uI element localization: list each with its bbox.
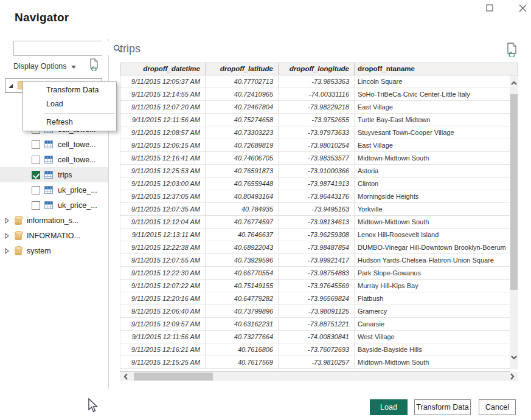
table-row[interactable]: 9/11/2015 12:11:56 AM 40.73277664 -74.00… <box>120 331 510 343</box>
cell-dropoff-longitude: -73.9853363 <box>279 75 355 88</box>
table-row[interactable]: 9/11/2015 12:20:16 AM 40.64779282 -73.96… <box>120 292 510 305</box>
cell-dropoff-ntaname: Clinton <box>355 177 510 190</box>
table-icon <box>44 186 53 194</box>
table-row[interactable]: 9/11/2015 12:08:57 AM 40.73303223 -73.97… <box>120 126 510 139</box>
expander-collapsed-icon[interactable] <box>5 218 11 224</box>
cell-dropoff-datetime: 9/11/2015 12:03:00 AM <box>120 177 206 190</box>
table-row[interactable]: 9/11/2015 12:16:21 AM 40.7616806 -73.760… <box>120 343 510 356</box>
tree-item-table[interactable]: uk_price_... <box>0 182 108 198</box>
table-row[interactable]: 9/11/2015 12:06:15 AM 40.72689819 -73.98… <box>120 139 510 152</box>
cell-dropoff-latitude: 40.73303223 <box>206 126 279 139</box>
cell-dropoff-ntaname: Flatbush <box>355 292 510 305</box>
cell-dropoff-latitude: 40.75149155 <box>206 280 279 292</box>
cell-dropoff-latitude: 40.7646637 <box>206 229 279 241</box>
cell-dropoff-longitude: -73.76072693 <box>279 343 355 356</box>
cell-dropoff-datetime: 9/11/2015 12:13:11 AM <box>120 229 206 241</box>
table-checkbox[interactable] <box>32 201 40 210</box>
vertical-scrollbar[interactable] <box>510 75 518 369</box>
expander-collapsed-icon[interactable] <box>5 233 11 239</box>
scroll-right-icon[interactable] <box>508 372 516 381</box>
table-row[interactable]: 9/11/2015 12:06:40 AM 40.73799896 -73.98… <box>120 305 510 318</box>
tree-item-table[interactable]: uk_price_... <box>0 198 108 213</box>
table-row[interactable]: 9/11/2015 12:14:55 AM 40.72410965 -74.00… <box>120 88 510 101</box>
cell-dropoff-latitude: 40.73929596 <box>206 254 279 266</box>
table-row[interactable]: 9/11/2015 12:05:37 AM 40.77702713 -73.98… <box>120 75 510 88</box>
cell-dropoff-ntaname: Morningside Heights <box>355 190 510 202</box>
cell-dropoff-longitude: -73.88751221 <box>279 318 355 330</box>
table-row[interactable]: 9/11/2015 12:03:00 AM 40.76559448 -73.98… <box>120 177 510 190</box>
cell-dropoff-latitude: 40.75274658 <box>206 114 279 126</box>
expander-expanded-icon[interactable] <box>8 80 13 91</box>
cell-dropoff-longitude: -73.98487854 <box>279 241 355 253</box>
display-options-dropdown[interactable]: Display Options <box>13 60 76 72</box>
cell-dropoff-longitude: -73.97645569 <box>279 280 355 292</box>
table-row[interactable]: 9/11/2015 12:13:11 AM 40.7646637 -73.962… <box>120 229 510 241</box>
cell-dropoff-datetime: 9/11/2015 12:08:57 AM <box>120 126 206 139</box>
table-row[interactable]: 9/11/2015 12:22:30 AM 40.66770554 -73.98… <box>120 267 510 280</box>
cell-dropoff-latitude: 40.74606705 <box>206 152 279 164</box>
cell-dropoff-ntaname: Midtown-Midtown South <box>355 216 510 228</box>
search-input[interactable] <box>14 41 113 55</box>
horizontal-scroll-thumb[interactable] <box>134 373 213 380</box>
table-row[interactable]: 9/11/2015 12:07:35 AM 40.784935 -73.9495… <box>120 203 510 216</box>
cell-dropoff-datetime: 9/11/2015 12:07:55 AM <box>120 254 206 266</box>
tree-item-table[interactable]: cell_towe... <box>0 152 108 167</box>
cell-dropoff-datetime: 9/11/2015 12:06:40 AM <box>120 305 206 317</box>
table-row[interactable]: 9/11/2015 12:37:05 AM 40.80493164 -73.96… <box>120 190 510 203</box>
tree-item-database[interactable]: information_s... <box>0 213 108 228</box>
close-icon[interactable] <box>517 2 528 13</box>
table-checkbox[interactable] <box>32 186 40 195</box>
tree-item-label: uk_price_... <box>58 186 97 195</box>
context-menu-item[interactable]: Refresh <box>23 115 116 129</box>
table-row[interactable]: 9/11/2015 12:22:38 AM 40.68922043 -73.98… <box>120 241 510 254</box>
column-header[interactable]: dropoff_datetime <box>120 63 206 75</box>
maximize-icon[interactable] <box>484 2 495 13</box>
cell-dropoff-longitude: -73.96443176 <box>279 190 355 202</box>
column-header[interactable]: dropoff_longitude <box>279 63 355 75</box>
tree-item-label: information_s... <box>27 216 78 225</box>
cell-dropoff-longitude: -73.98010254 <box>279 139 355 151</box>
tree-item-table[interactable]: trips <box>0 167 108 182</box>
context-menu-item[interactable]: Load <box>23 97 116 111</box>
cell-dropoff-datetime: 9/11/2015 12:12:04 AM <box>120 216 206 228</box>
cell-dropoff-latitude: 40.72689819 <box>206 139 279 151</box>
column-header[interactable]: dropoff_latitude <box>206 63 279 75</box>
scroll-down-icon[interactable] <box>510 353 518 362</box>
display-options-label: Display Options <box>13 62 67 71</box>
refresh-document-icon[interactable] <box>89 58 100 74</box>
table-row[interactable]: 9/11/2015 12:12:04 AM 40.76774597 -73.98… <box>120 216 510 229</box>
tree-item-table[interactable]: cell_towe... <box>0 137 108 152</box>
table-row[interactable]: 9/11/2015 12:25:53 AM 40.76591873 -73.91… <box>120 165 510 177</box>
scroll-up-icon[interactable] <box>510 79 518 88</box>
cell-dropoff-datetime: 9/11/2015 12:22:30 AM <box>120 267 206 279</box>
cell-dropoff-latitude: 40.73799896 <box>206 305 279 317</box>
cell-dropoff-longitude: -74.00331116 <box>279 88 355 100</box>
horizontal-scrollbar[interactable] <box>120 372 518 381</box>
cancel-button[interactable]: Cancel <box>479 399 516 415</box>
context-menu-item[interactable]: Transform Data <box>23 83 116 97</box>
cell-dropoff-longitude: -73.97973633 <box>279 126 355 139</box>
refresh-preview-icon[interactable] <box>507 43 518 60</box>
vertical-scroll-thumb[interactable] <box>510 94 518 290</box>
table-row[interactable]: 9/11/2015 12:07:22 AM 40.75149155 -73.97… <box>120 280 510 292</box>
expander-collapsed-icon[interactable] <box>5 248 11 254</box>
table-row[interactable]: 9/11/2015 12:11:56 AM 40.75274658 -73.97… <box>120 114 510 126</box>
tree-item-database[interactable]: system <box>0 243 108 258</box>
table-checkbox[interactable] <box>32 156 40 164</box>
transform-data-button[interactable]: Transform Data <box>414 399 471 415</box>
cell-dropoff-datetime: 9/11/2015 12:07:35 AM <box>120 203 206 215</box>
table-row[interactable]: 9/11/2015 12:07:20 AM 40.72467804 -73.98… <box>120 101 510 114</box>
table-row[interactable]: 9/11/2015 12:07:55 AM 40.73929596 -73.99… <box>120 254 510 267</box>
cell-dropoff-ntaname: Gramercy <box>355 305 510 317</box>
cell-dropoff-longitude: -73.9752655 <box>279 114 355 126</box>
load-button[interactable]: Load <box>370 399 408 415</box>
table-row[interactable]: 9/11/2015 12:09:57 AM 40.63162231 -73.88… <box>120 318 510 331</box>
column-header[interactable]: dropoff_ntaname <box>355 63 518 75</box>
cell-dropoff-ntaname: Midtown-Midtown South <box>355 152 510 164</box>
table-checkbox[interactable] <box>32 171 40 179</box>
table-checkbox[interactable] <box>32 140 40 149</box>
tree-item-database[interactable]: INFORMATIO... <box>0 228 108 243</box>
table-row[interactable]: 9/11/2015 12:16:41 AM 40.74606705 -73.98… <box>120 152 510 165</box>
table-row[interactable]: 9/11/2015 12:15:25 AM 40.7617569 -73.981… <box>120 356 510 369</box>
scroll-left-icon[interactable] <box>122 372 130 381</box>
